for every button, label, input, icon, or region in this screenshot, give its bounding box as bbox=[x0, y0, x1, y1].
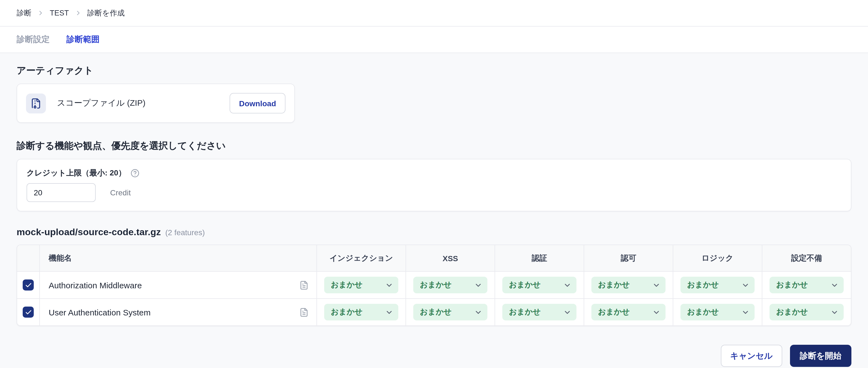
help-circle-icon[interactable] bbox=[130, 169, 140, 178]
table-header-row: 機能名 インジェクション XSS 認証 認可 ロジック 設定不備 bbox=[17, 245, 851, 271]
credit-limit-card: クレジット上限（最小: 20） Credit bbox=[17, 159, 851, 211]
artifact-card: スコープファイル (ZIP) Download bbox=[17, 84, 295, 123]
category-dropdown-misconfiguration[interactable]: おまかせ bbox=[770, 277, 844, 293]
artifact-section-title: アーティファクト bbox=[17, 64, 851, 77]
credit-unit-label: Credit bbox=[110, 188, 131, 197]
category-dropdown-authentication[interactable]: おまかせ bbox=[502, 304, 577, 320]
dropdown-value: おまかせ bbox=[598, 280, 630, 290]
start-diagnosis-button[interactable]: 診断を開始 bbox=[790, 345, 851, 367]
check-icon bbox=[25, 308, 32, 316]
main-content: アーティファクト スコープファイル (ZIP) Download 診断する機能や… bbox=[0, 53, 868, 368]
file-text-icon[interactable] bbox=[299, 307, 309, 317]
header-authentication: 認証 bbox=[495, 245, 584, 271]
file-text-icon[interactable] bbox=[299, 280, 309, 290]
table-row: User Authentication System おまかせ おまかせ おまか… bbox=[17, 298, 851, 326]
breadcrumb-item-diagnosis[interactable]: 診断 bbox=[17, 8, 32, 18]
dropdown-value: おまかせ bbox=[331, 280, 363, 290]
dropdown-value: おまかせ bbox=[509, 307, 541, 317]
feature-count-label: (2 features) bbox=[165, 228, 205, 237]
source-file-title: mock-upload/source-code.tar.gz bbox=[17, 227, 161, 238]
category-dropdown-logic[interactable]: おまかせ bbox=[680, 277, 754, 293]
chevron-down-icon bbox=[385, 308, 393, 316]
chevron-down-icon bbox=[830, 308, 839, 316]
row-checkbox[interactable] bbox=[23, 279, 34, 290]
chevron-down-icon bbox=[741, 281, 750, 289]
chevron-down-icon bbox=[474, 281, 483, 289]
header-authorization: 認可 bbox=[584, 245, 673, 271]
chevron-down-icon bbox=[385, 281, 393, 289]
header-select-cell bbox=[17, 245, 39, 271]
tab-diagnosis-settings[interactable]: 診断設定 bbox=[17, 34, 50, 45]
header-feature-name: 機能名 bbox=[39, 245, 316, 271]
dropdown-value: おまかせ bbox=[331, 307, 363, 317]
credit-limit-label: クレジット上限（最小: 20） bbox=[27, 168, 126, 178]
breadcrumb-bar: 診断 TEST 診断を作成 bbox=[0, 0, 868, 27]
dropdown-value: おまかせ bbox=[687, 280, 719, 290]
dropdown-value: おまかせ bbox=[509, 280, 541, 290]
category-dropdown-xss[interactable]: おまかせ bbox=[413, 304, 487, 320]
chevron-down-icon bbox=[563, 281, 571, 289]
header-logic: ロジック bbox=[673, 245, 762, 271]
tab-diagnosis-scope[interactable]: 診断範囲 bbox=[66, 34, 100, 45]
breadcrumb-item-current: 診断を作成 bbox=[87, 8, 125, 18]
feature-name: User Authentication System bbox=[49, 307, 151, 317]
category-dropdown-logic[interactable]: おまかせ bbox=[680, 304, 754, 320]
dropdown-value: おまかせ bbox=[776, 307, 808, 317]
header-injection: インジェクション bbox=[316, 245, 405, 271]
table-row: Authorization Middleware おまかせ おまかせ おまかせ … bbox=[17, 271, 851, 298]
category-dropdown-authentication[interactable]: おまかせ bbox=[502, 277, 577, 293]
dropdown-value: おまかせ bbox=[420, 280, 452, 290]
chevron-down-icon bbox=[474, 308, 483, 316]
header-xss: XSS bbox=[405, 245, 495, 271]
row-checkbox[interactable] bbox=[23, 307, 34, 318]
category-dropdown-misconfiguration[interactable]: おまかせ bbox=[770, 304, 844, 320]
credit-limit-input[interactable] bbox=[27, 183, 96, 202]
artifact-file-label: スコープファイル (ZIP) bbox=[57, 98, 146, 109]
chevron-right-icon bbox=[37, 9, 44, 17]
category-dropdown-xss[interactable]: おまかせ bbox=[413, 277, 487, 293]
category-dropdown-injection[interactable]: おまかせ bbox=[324, 304, 398, 320]
chevron-right-icon bbox=[74, 9, 82, 17]
check-icon bbox=[25, 281, 32, 288]
header-misconfiguration: 設定不備 bbox=[762, 245, 851, 271]
breadcrumb: 診断 TEST 診断を作成 bbox=[17, 8, 125, 18]
download-button[interactable]: Download bbox=[229, 93, 285, 114]
dropdown-value: おまかせ bbox=[420, 307, 452, 317]
feature-name: Authorization Middleware bbox=[49, 280, 142, 290]
category-dropdown-authorization[interactable]: おまかせ bbox=[591, 277, 665, 293]
breadcrumb-item-project[interactable]: TEST bbox=[50, 9, 69, 17]
cancel-button[interactable]: キャンセル bbox=[721, 345, 782, 367]
chevron-down-icon bbox=[563, 308, 571, 316]
chevron-down-icon bbox=[652, 308, 660, 316]
tab-bar: 診断設定 診断範囲 bbox=[0, 27, 868, 53]
chevron-down-icon bbox=[830, 281, 839, 289]
selection-heading: 診断する機能や観点、優先度を選択してください bbox=[17, 140, 851, 152]
category-dropdown-injection[interactable]: おまかせ bbox=[324, 277, 398, 293]
chevron-down-icon bbox=[652, 281, 660, 289]
chevron-down-icon bbox=[741, 308, 750, 316]
feature-table: 機能名 インジェクション XSS 認証 認可 ロジック 設定不備 Authori… bbox=[17, 245, 851, 326]
footer-actions: キャンセル 診断を開始 bbox=[17, 345, 851, 368]
dropdown-value: おまかせ bbox=[598, 307, 630, 317]
dropdown-value: おまかせ bbox=[687, 307, 719, 317]
category-dropdown-authorization[interactable]: おまかせ bbox=[591, 304, 665, 320]
dropdown-value: おまかせ bbox=[776, 280, 808, 290]
file-archive-icon bbox=[26, 93, 46, 113]
page: 診断 TEST 診断を作成 診断設定 診断範囲 アーティファクト bbox=[0, 0, 868, 368]
